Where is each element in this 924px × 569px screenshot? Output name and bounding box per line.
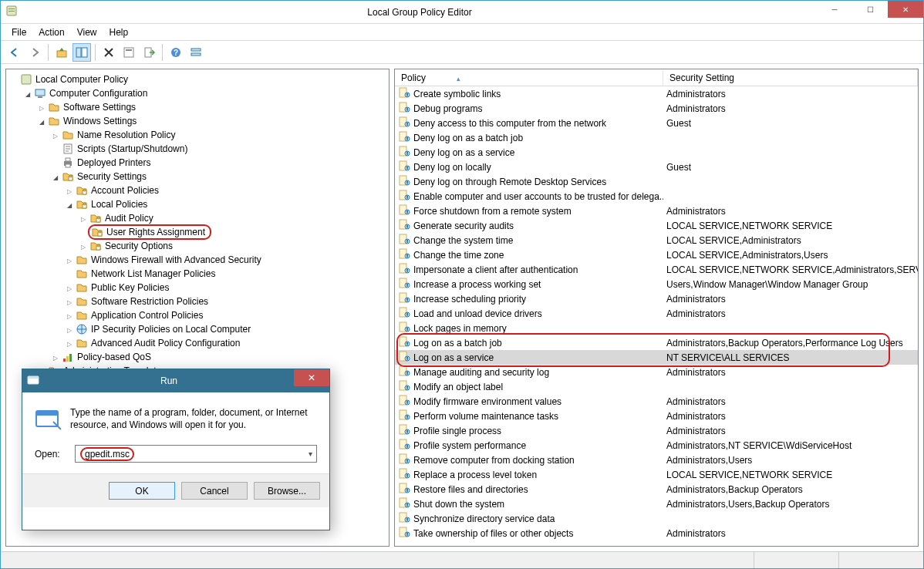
list-row[interactable]: Profile single processAdministrators bbox=[395, 423, 919, 438]
cancel-button[interactable]: Cancel bbox=[181, 482, 248, 500]
policy-cell: Log on as a batch job bbox=[395, 335, 663, 350]
list-row[interactable]: Impersonate a client after authenticatio… bbox=[395, 262, 919, 277]
list-row[interactable]: Deny log on as a batch job bbox=[395, 130, 919, 145]
tree-twisty-icon[interactable] bbox=[65, 339, 74, 348]
list-row[interactable]: Generate security auditsLOCAL SERVICE,NE… bbox=[395, 218, 919, 233]
tree-twisty-icon[interactable] bbox=[79, 214, 88, 223]
tree-item[interactable]: Network List Manager Policies bbox=[9, 267, 386, 281]
tree-item[interactable]: Security Settings bbox=[9, 170, 386, 183]
close-button[interactable]: ✕ bbox=[888, 1, 923, 18]
folder-icon bbox=[76, 281, 88, 294]
tree-twisty-icon[interactable] bbox=[51, 353, 60, 362]
window-title: Local Group Policy Editor bbox=[22, 7, 817, 18]
delete-button[interactable] bbox=[99, 43, 118, 62]
list-row[interactable]: Deny access to this computer from the ne… bbox=[395, 116, 919, 130]
up-button[interactable] bbox=[52, 43, 71, 62]
svg-point-122 bbox=[406, 503, 408, 505]
minimize-button[interactable]: ─ bbox=[817, 1, 852, 18]
list-row[interactable]: Replace a process level tokenLOCAL SERVI… bbox=[395, 467, 919, 482]
list-row[interactable]: Lock pages in memory bbox=[395, 321, 919, 335]
maximize-button[interactable]: ☐ bbox=[852, 1, 888, 18]
list-row[interactable]: Remove computer from docking stationAdmi… bbox=[395, 453, 919, 467]
list-row[interactable]: Profile system performanceAdministrators… bbox=[395, 438, 919, 453]
list-row[interactable]: Log on as a serviceNT SERVICE\ALL SERVIC… bbox=[395, 350, 919, 365]
policy-icon bbox=[398, 160, 410, 174]
list-row[interactable]: Log on as a batch jobAdministrators,Back… bbox=[395, 335, 919, 350]
menu-action[interactable]: Action bbox=[34, 25, 69, 39]
tree-twisty-icon[interactable] bbox=[51, 131, 60, 140]
tree-twisty-icon[interactable] bbox=[65, 284, 74, 292]
tree-twisty-icon[interactable] bbox=[65, 311, 74, 320]
run-close-button[interactable]: ✕ bbox=[294, 369, 329, 386]
menu-view[interactable]: View bbox=[73, 25, 102, 39]
ok-button[interactable]: OK bbox=[109, 482, 175, 500]
tree-twisty-icon[interactable] bbox=[65, 200, 74, 209]
tree-item[interactable]: Scripts (Startup/Shutdown) bbox=[9, 142, 386, 156]
list-row[interactable]: Increase a process working setUsers,Wind… bbox=[395, 277, 919, 291]
list-row[interactable]: Manage auditing and security logAdminist… bbox=[395, 365, 919, 379]
tree-twisty-icon[interactable] bbox=[37, 117, 46, 126]
list-row[interactable]: Perform volume maintenance tasksAdminist… bbox=[395, 409, 919, 423]
tree-item[interactable]: Name Resolution Policy bbox=[9, 128, 386, 142]
tree-twisty-icon[interactable] bbox=[65, 325, 74, 334]
list-row[interactable]: Synchronize directory service data bbox=[395, 511, 919, 526]
tree-twisty-icon[interactable] bbox=[51, 173, 60, 181]
list-row[interactable]: Force shutdown from a remote systemAdmin… bbox=[395, 204, 919, 218]
list-row[interactable]: Change the system timeLOCAL SERVICE,Admi… bbox=[395, 233, 919, 247]
column-policy[interactable]: Policy▴ bbox=[395, 70, 663, 86]
list-row[interactable]: Change the time zoneLOCAL SERVICE,Admini… bbox=[395, 247, 919, 262]
tree-item[interactable]: Application Control Policies bbox=[9, 308, 386, 322]
list-row[interactable]: Enable computer and user accounts to be … bbox=[395, 189, 919, 204]
tree-item[interactable]: User Rights Assignment bbox=[9, 225, 386, 239]
svg-rect-130 bbox=[28, 376, 39, 379]
help-button[interactable]: ? bbox=[167, 43, 185, 62]
menu-help[interactable]: Help bbox=[105, 25, 133, 39]
list-row[interactable]: Take ownership of files or other objects… bbox=[395, 526, 919, 540]
policy-label: Change the system time bbox=[413, 235, 513, 246]
tree-twisty-icon[interactable] bbox=[65, 187, 74, 195]
menu-file[interactable]: File bbox=[7, 25, 31, 39]
column-setting[interactable]: Security Setting bbox=[663, 70, 918, 86]
tree-item[interactable]: Account Policies bbox=[9, 183, 386, 197]
tree-twisty-icon[interactable] bbox=[65, 298, 74, 306]
list-row[interactable]: Modify an object label bbox=[395, 379, 919, 394]
list-pane[interactable]: Policy▴ Security Setting Create symbolic… bbox=[394, 69, 919, 547]
tree-item[interactable]: Advanced Audit Policy Configuration bbox=[9, 336, 386, 350]
tree-item[interactable]: Security Options bbox=[9, 239, 386, 253]
tree-item[interactable]: Policy-based QoS bbox=[9, 350, 386, 364]
show-hide-tree-button[interactable] bbox=[73, 43, 91, 62]
export-button[interactable] bbox=[140, 43, 158, 62]
tree-item[interactable]: Windows Firewall with Advanced Security bbox=[9, 253, 386, 267]
list-row[interactable]: Restore files and directoriesAdministrat… bbox=[395, 482, 919, 497]
tree-item[interactable]: Windows Settings bbox=[9, 114, 386, 128]
list-row[interactable]: Load and unload device driversAdministra… bbox=[395, 306, 919, 321]
tree-item[interactable]: Local Computer Policy bbox=[9, 72, 386, 86]
script-icon bbox=[62, 143, 74, 155]
list-row[interactable]: Increase scheduling priorityAdministrato… bbox=[395, 291, 919, 306]
tree-item[interactable]: Computer Configuration bbox=[9, 86, 386, 100]
filter-button[interactable] bbox=[187, 43, 205, 62]
tree-item[interactable]: Deployed Printers bbox=[9, 156, 386, 170]
tree-twisty-icon[interactable] bbox=[23, 89, 32, 98]
back-button[interactable] bbox=[5, 43, 24, 62]
tree-twisty-icon[interactable] bbox=[65, 256, 74, 264]
properties-button[interactable] bbox=[120, 43, 138, 62]
list-row[interactable]: Create symbolic linksAdministrators bbox=[395, 86, 919, 101]
tree-twisty-icon[interactable] bbox=[79, 242, 88, 251]
tree-item[interactable]: Local Policies bbox=[9, 197, 386, 211]
tree-item[interactable]: Public Key Policies bbox=[9, 281, 386, 295]
list-row[interactable]: Deny log on locallyGuest bbox=[395, 160, 919, 174]
tree-item[interactable]: Software Settings bbox=[9, 100, 386, 114]
forward-button[interactable] bbox=[25, 43, 44, 62]
list-row[interactable]: Debug programsAdministrators bbox=[395, 101, 919, 116]
tree-item[interactable]: Software Restriction Policies bbox=[9, 295, 386, 308]
tree-item[interactable]: IP Security Policies on Local Computer bbox=[9, 322, 386, 336]
list-row[interactable]: Shut down the systemAdministrators,Users… bbox=[395, 497, 919, 511]
tree-item[interactable]: Audit Policy bbox=[9, 211, 386, 225]
list-row[interactable]: Deny log on as a service bbox=[395, 145, 919, 160]
tree-twisty-icon[interactable] bbox=[37, 103, 46, 112]
browse-button[interactable]: Browse... bbox=[254, 482, 320, 500]
list-row[interactable]: Deny log on through Remote Desktop Servi… bbox=[395, 174, 919, 189]
list-row[interactable]: Modify firmware environment valuesAdmini… bbox=[395, 394, 919, 409]
run-open-combobox[interactable]: gpedit.msc ▾ bbox=[75, 445, 317, 463]
